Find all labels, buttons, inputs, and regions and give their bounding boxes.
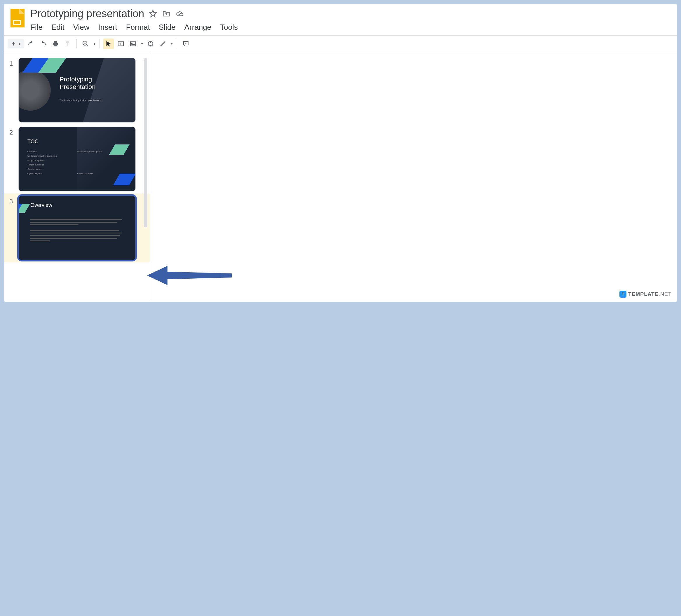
menu-file[interactable]: File xyxy=(30,23,43,32)
menu-bar: File Edit View Insert Format Slide Arran… xyxy=(30,23,671,35)
shape-button[interactable] xyxy=(145,39,156,49)
title-row: Prototyping presentation xyxy=(30,7,671,20)
image-button[interactable] xyxy=(128,39,138,49)
cloud-status-icon[interactable] xyxy=(176,9,184,18)
watermark: T TEMPLATE.NET xyxy=(620,291,672,298)
menu-view[interactable]: View xyxy=(73,23,90,32)
star-icon[interactable] xyxy=(149,9,157,18)
image-dropdown[interactable]: ▼ xyxy=(141,42,144,46)
watermark-icon: T xyxy=(620,291,626,298)
slide-thumbnail-1[interactable]: Prototyping Presentation The best market… xyxy=(19,58,135,122)
zoom-dropdown[interactable]: ▼ xyxy=(93,42,96,46)
toolbar-separator xyxy=(76,39,77,48)
toolbar: ▼ ▼ ▼ xyxy=(4,35,677,52)
toc-item: Project timeline xyxy=(77,172,93,175)
slide-1-title: Prototyping Presentation xyxy=(59,76,96,91)
select-tool-button[interactable] xyxy=(103,39,114,49)
menu-arrange[interactable]: Arrange xyxy=(184,23,211,32)
zoom-button[interactable] xyxy=(80,39,91,49)
annotation-arrow xyxy=(147,262,234,290)
undo-button[interactable] xyxy=(26,39,36,49)
menu-insert[interactable]: Insert xyxy=(98,23,117,32)
decorative-circle xyxy=(19,70,51,110)
scrollbar[interactable] xyxy=(144,58,147,227)
slide-1-subtitle: The best marketing tool for your busines… xyxy=(59,99,102,102)
slide-row-3[interactable]: 3 Overview xyxy=(4,194,150,262)
slide-canvas[interactable] xyxy=(150,52,677,300)
header: Prototyping presentation File Edit View xyxy=(4,4,677,35)
move-folder-icon[interactable] xyxy=(162,9,170,18)
slide-3-title: Overview xyxy=(30,202,52,208)
slide-number: 1 xyxy=(9,58,15,122)
toc-item: Current trends xyxy=(27,168,42,170)
slide-panel: 1 Prototyping Presentation The best mark… xyxy=(4,52,150,300)
new-slide-button[interactable]: ▼ xyxy=(7,39,24,48)
menu-slide[interactable]: Slide xyxy=(159,23,176,32)
toc-item: Target audience xyxy=(27,164,44,166)
title-area: Prototyping presentation File Edit View xyxy=(30,7,671,35)
textbox-button[interactable] xyxy=(116,39,126,49)
menu-format[interactable]: Format xyxy=(126,23,150,32)
line-dropdown[interactable]: ▼ xyxy=(170,42,173,46)
toc-item: Understanding the problems xyxy=(27,155,57,157)
toc-item: Overview xyxy=(27,150,37,153)
slide-2-title: TOC xyxy=(27,139,39,145)
comment-button[interactable] xyxy=(181,39,191,49)
slide-row-1[interactable]: 1 Prototyping Presentation The best mark… xyxy=(4,56,150,125)
slide-number: 3 xyxy=(9,196,15,260)
toolbar-separator xyxy=(177,39,177,48)
menu-tools[interactable]: Tools xyxy=(220,23,238,32)
slides-logo xyxy=(10,8,25,29)
toc-item: Project Objective xyxy=(27,159,45,162)
svg-marker-5 xyxy=(147,266,232,285)
app-window: Prototyping presentation File Edit View xyxy=(4,4,677,302)
slide-thumbnail-2[interactable]: TOC Overview Understanding the problems … xyxy=(19,127,135,191)
paint-format-button[interactable] xyxy=(62,39,73,49)
toc-item: Cycle diagram xyxy=(27,172,42,175)
slide-row-2[interactable]: 2 TOC Overview Understanding the problem… xyxy=(4,125,150,194)
menu-edit[interactable]: Edit xyxy=(51,23,65,32)
print-button[interactable] xyxy=(50,39,61,49)
slide-thumbnail-3[interactable]: Overview xyxy=(19,196,135,260)
watermark-text: TEMPLATE.NET xyxy=(628,291,672,297)
document-title[interactable]: Prototyping presentation xyxy=(30,7,144,20)
content-area: 1 Prototyping Presentation The best mark… xyxy=(4,52,677,300)
redo-button[interactable] xyxy=(38,39,48,49)
toc-item: Introducing lorem ipsum xyxy=(77,150,102,153)
slide-number: 2 xyxy=(9,127,15,191)
line-button[interactable] xyxy=(157,39,168,49)
text-placeholder xyxy=(30,219,127,243)
